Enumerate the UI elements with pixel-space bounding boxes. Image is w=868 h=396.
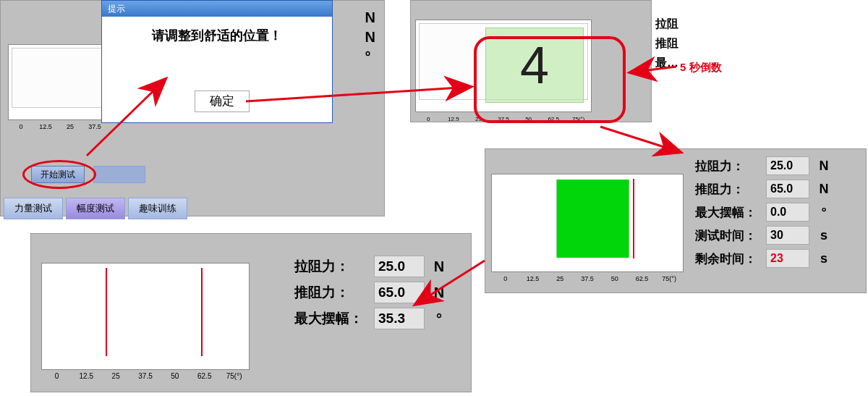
- remain-value: 23: [766, 249, 809, 268]
- push-value-f: 65.0: [374, 282, 425, 303]
- axis-labels-2: 0 12.5 25 37.5 50 62.5 75(°): [416, 116, 591, 122]
- dialog-ok-button[interactable]: 确定: [195, 90, 250, 112]
- push-unit-f: N: [429, 285, 449, 301]
- maxamp-label: 最大摆幅：: [695, 204, 766, 221]
- metrics-final: 拉阻力： 25.0 N 推阻力： 65.0 N 最大摆幅： 35.3 °: [294, 256, 449, 334]
- pull-value-f: 25.0: [374, 256, 425, 277]
- dialog-message: 请调整到舒适的位置！: [102, 17, 332, 44]
- push-unit: N: [814, 182, 834, 197]
- panel-results-final: 0 12.5 25 37.5 50 62.5 75(°) 拉阻力： 25.0 N…: [30, 233, 472, 392]
- time-label: 测试时间：: [695, 227, 766, 244]
- tab-strength[interactable]: 力量测试: [4, 198, 63, 219]
- mode-tabs: 力量测试 幅度测试 趣味训练: [4, 198, 187, 219]
- unit-n2: N: [365, 29, 375, 46]
- time-unit: s: [814, 228, 834, 243]
- chart-live: 0 12.5 25 37.5 50 62.5 75(°): [491, 174, 684, 272]
- prompt-dialog: 提示 请调整到舒适的位置！ 确定: [101, 0, 333, 123]
- start-test-button[interactable]: 开始测试: [31, 166, 85, 183]
- pull-unit-f: N: [429, 258, 449, 275]
- disabled-button: [93, 166, 145, 183]
- marker-left: [106, 268, 107, 356]
- axis-labels-3: 0 12.5 25 37.5 50 62.5 75(°): [492, 275, 683, 282]
- axis-labels: 0 12.5 25 37.5: [9, 123, 107, 130]
- remain-unit: s: [814, 251, 834, 266]
- pull-label-f: 拉阻力：: [294, 257, 374, 276]
- maxamp-value-f: 35.3: [374, 308, 425, 329]
- maxamp-unit: °: [814, 205, 834, 220]
- countdown-number: 4: [485, 28, 584, 103]
- maxamp-value: 0.0: [766, 203, 809, 222]
- pull-label: 拉阻力：: [695, 158, 766, 174]
- range-green-block: [556, 180, 629, 258]
- target-line: [633, 179, 634, 258]
- chart-final: 0 12.5 25 37.5 50 62.5 75(°): [41, 263, 250, 370]
- unit-readout: N N °: [365, 9, 375, 68]
- tab-range[interactable]: 幅度测试: [66, 198, 125, 219]
- dialog-title: 提示: [102, 1, 332, 17]
- remain-label: 剩余时间：: [695, 250, 766, 267]
- marker-right: [201, 268, 203, 356]
- pull-unit: N: [814, 159, 834, 174]
- tab-fun[interactable]: 趣味训练: [128, 198, 187, 219]
- push-label-f: 推阻力：: [294, 283, 374, 302]
- chart-countdown: 4 0 12.5 25 37.5 50 62.5 75(°): [415, 20, 592, 112]
- push-value: 65.0: [766, 180, 809, 198]
- pull-value: 25.0: [766, 156, 809, 175]
- panel-countdown: 4 0 12.5 25 37.5 50 62.5 75(°) 拉阻 推阻 最…: [410, 0, 652, 122]
- panel-results-live: 0 12.5 25 37.5 50 62.5 75(°) 拉阻力： 25.0 N…: [485, 148, 867, 293]
- unit-deg: °: [365, 49, 375, 65]
- chart-small: 0 12.5 25 37.5: [8, 44, 108, 120]
- annotation-label-countdown: 5 秒倒数: [680, 61, 722, 75]
- axis-labels-4: 0 12.5 25 37.5 50 62.5 75(°): [42, 372, 249, 380]
- maxamp-unit-f: °: [429, 311, 449, 327]
- unit-n: N: [365, 9, 375, 26]
- maxamp-label-f: 最大摆幅：: [294, 309, 374, 328]
- metrics-live: 拉阻力： 25.0 N 推阻力： 65.0 N 最大摆幅： 0.0 ° 测试时间…: [695, 156, 834, 272]
- time-value: 30: [766, 226, 809, 245]
- push-label: 推阻力：: [695, 181, 766, 198]
